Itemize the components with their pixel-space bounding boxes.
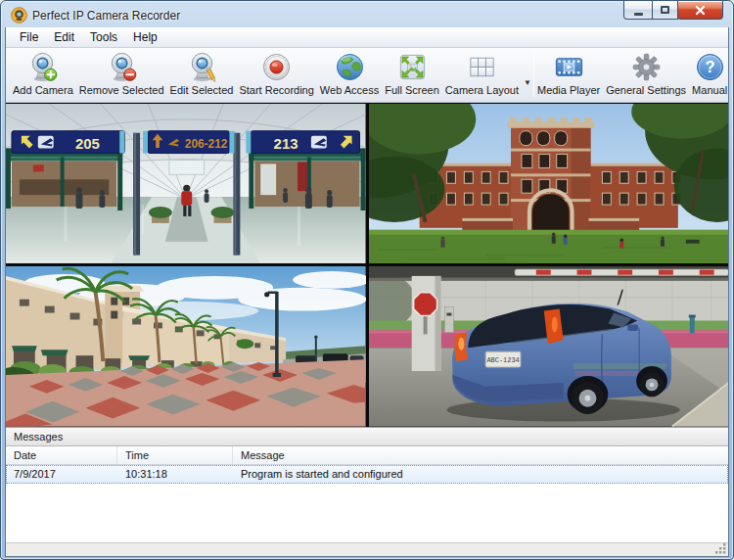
column-header-message[interactable]: Message <box>233 446 728 464</box>
column-header-date[interactable]: Date <box>6 446 117 464</box>
garage-scene: ABC-1234 <box>369 266 729 427</box>
camera-view-plaza[interactable] <box>6 266 366 427</box>
window-content: File Edit Tools Help Add Camera <box>5 27 729 557</box>
resize-grip[interactable] <box>715 543 727 555</box>
message-date: 7/9/2017 <box>6 465 117 484</box>
messages-table-header: Date Time Message <box>6 446 728 465</box>
app-icon <box>11 7 27 23</box>
globe-icon <box>334 51 366 83</box>
camera-grid: 205 206-212 213 <box>6 103 728 427</box>
window-title: Perfect IP Camera Recorder <box>32 9 180 23</box>
toolbar-label: Edit Selected <box>170 84 234 96</box>
camera-layout-dropdown[interactable]: ▼ <box>522 78 533 87</box>
camera-view-university[interactable] <box>369 104 729 264</box>
message-time: 10:31:18 <box>117 465 233 484</box>
record-icon <box>260 51 293 83</box>
toolbar-label: Camera Layout <box>445 84 519 96</box>
manual-button[interactable]: ? Manual <box>689 50 730 97</box>
filmstrip-play-icon <box>553 51 585 83</box>
media-player-button[interactable]: Media Player <box>534 50 603 97</box>
menu-help[interactable]: Help <box>125 27 165 47</box>
web-access-button[interactable]: Web Access <box>317 50 382 97</box>
titlebar[interactable]: Perfect IP Camera Recorder <box>5 1 729 27</box>
toolbar-label: Web Access <box>320 84 379 96</box>
gear-icon <box>630 51 663 83</box>
minimize-button[interactable] <box>623 1 653 20</box>
camera-layout-grid-icon <box>466 51 498 83</box>
camera-view-airport[interactable]: 205 206-212 213 <box>6 104 366 264</box>
toolbar-label: Media Player <box>537 84 600 96</box>
license-plate: ABC-1234 <box>486 356 519 364</box>
full-screen-button[interactable]: Full Screen <box>382 50 442 97</box>
toolbar-label: Add Camera <box>13 84 73 96</box>
toolbar-label: Start Recording <box>239 84 313 96</box>
close-button[interactable] <box>677 1 723 20</box>
add-camera-button[interactable]: Add Camera <box>10 50 76 97</box>
university-scene <box>369 104 729 264</box>
edit-selected-button[interactable]: Edit Selected <box>167 50 237 97</box>
camera-view-garage[interactable]: ABC-1234 <box>369 266 729 427</box>
toolbar-label: Manual <box>692 84 727 96</box>
messages-panel-title: Messages <box>6 427 728 446</box>
toolbar-label: Remove Selected <box>79 84 164 96</box>
webcam-remove-icon <box>106 51 138 83</box>
stop-sign <box>413 293 436 316</box>
menu-file[interactable]: File <box>12 27 46 47</box>
minimize-icon <box>634 13 643 16</box>
messages-list: 7/9/2017 10:31:18 Program is started and… <box>6 465 728 542</box>
plaza-scene <box>6 266 366 427</box>
airport-scene: 205 206-212 213 <box>6 104 366 264</box>
window-controls <box>624 1 723 20</box>
toolbar: Add Camera Remove Selected Edit Selected <box>6 48 728 103</box>
barrier-arm <box>514 269 728 275</box>
svg-text:206-212: 206-212 <box>185 136 228 150</box>
remove-selected-button[interactable]: Remove Selected <box>76 50 167 97</box>
maximize-button[interactable] <box>652 1 678 20</box>
webcam-edit-icon <box>186 51 218 83</box>
menu-edit[interactable]: Edit <box>46 27 82 47</box>
svg-text:213: 213 <box>274 135 298 151</box>
close-icon <box>695 5 706 16</box>
toolbar-label: Full Screen <box>385 84 439 96</box>
svg-text:205: 205 <box>75 135 100 151</box>
message-row-selected[interactable]: 7/9/2017 10:31:18 Program is started and… <box>6 465 728 484</box>
toolbar-label: General Settings <box>606 84 686 96</box>
app-window: Perfect IP Camera Recorder File Edit Too… <box>0 0 734 560</box>
general-settings-button[interactable]: General Settings <box>603 50 689 97</box>
start-recording-button[interactable]: Start Recording <box>236 50 316 97</box>
fullscreen-arrows-icon <box>396 51 429 83</box>
question-mark-icon: ? <box>694 51 726 83</box>
gate-signs: 205 206-212 213 <box>12 130 360 153</box>
svg-text:?: ? <box>705 58 714 75</box>
menubar: File Edit Tools Help <box>6 27 728 48</box>
message-text: Program is started and configured <box>233 465 728 484</box>
status-strip <box>6 542 728 556</box>
camera-layout-button[interactable]: Camera Layout <box>442 50 522 97</box>
menu-tools[interactable]: Tools <box>82 27 125 47</box>
maximize-icon <box>661 6 669 14</box>
column-header-time[interactable]: Time <box>117 446 233 464</box>
webcam-add-icon <box>26 51 59 83</box>
